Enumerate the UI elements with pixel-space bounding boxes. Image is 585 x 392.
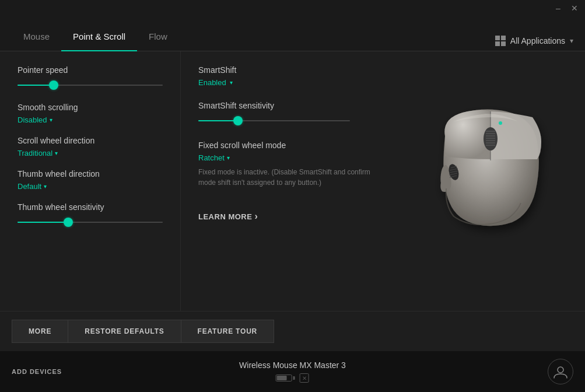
account-avatar[interactable] [548, 359, 573, 384]
minimize-button[interactable]: – [552, 2, 564, 14]
thumb-wheel-sensitivity-thumb[interactable] [64, 218, 73, 227]
apps-chevron-icon: ▾ [570, 37, 573, 45]
smartshift-sensitivity-track [198, 120, 350, 121]
thumb-wheel-direction-label: Thumb wheel direction [17, 169, 163, 178]
fixed-scroll-wheel-caret-icon: ▾ [227, 155, 230, 161]
smartshift-sensitivity-slider[interactable] [198, 115, 350, 127]
thumb-wheel-direction-value[interactable]: Default ▾ [17, 182, 163, 191]
smooth-scrolling-label: Smooth scrolling [17, 103, 163, 112]
left-panel: Pointer speed Smooth scrolling Disabled … [0, 51, 181, 311]
apps-selector[interactable]: All Applications ▾ [495, 36, 573, 51]
smartshift-label: SmartShift [198, 65, 568, 75]
thumb-wheel-sensitivity-slider[interactable] [17, 216, 163, 228]
svg-point-9 [499, 121, 502, 125]
scroll-wheel-direction-label: Scroll wheel direction [17, 136, 163, 145]
title-bar: – ✕ [0, 0, 585, 16]
pointer-speed-group: Pointer speed [17, 65, 163, 91]
main-content: Pointer speed Smooth scrolling Disabled … [0, 51, 585, 311]
thumb-wheel-direction-caret-icon: ▾ [44, 183, 47, 190]
thumb-wheel-sensitivity-label: Thumb wheel sensitivity [17, 202, 163, 212]
pointer-speed-label: Pointer speed [17, 65, 163, 75]
svg-point-1 [484, 127, 498, 150]
scroll-wheel-direction-group: Scroll wheel direction Traditional ▾ [17, 136, 163, 158]
pointer-speed-thumb[interactable] [49, 80, 58, 90]
smartshift-sensitivity-fill [198, 120, 238, 121]
bottom-buttons: MORE RESTORE DEFAULTS FEATURE TOUR [0, 311, 585, 351]
restore-defaults-button[interactable]: RESTORE DEFAULTS [68, 320, 181, 343]
footer: ADD DEVICES Wireless Mouse MX Master 3 ✕ [0, 351, 585, 392]
pointer-speed-slider[interactable] [17, 79, 163, 91]
thumb-wheel-sensitivity-track [17, 222, 163, 223]
more-button[interactable]: MORE [12, 320, 68, 343]
device-name: Wireless Mouse MX Master 3 [239, 360, 346, 370]
avatar-icon [553, 364, 568, 379]
thumb-wheel-direction-group: Thumb wheel direction Default ▾ [17, 169, 163, 191]
learn-more-arrow-icon: › [254, 211, 258, 222]
tab-navigation: Mouse Point & Scroll Flow All Applicatio… [0, 16, 585, 51]
tab-flow[interactable]: Flow [137, 22, 179, 51]
smooth-scrolling-group: Smooth scrolling Disabled ▾ [17, 103, 163, 124]
connection-icon: ✕ [300, 373, 309, 383]
pointer-speed-fill [17, 85, 54, 86]
battery-fill [277, 376, 287, 380]
battery-cap [293, 376, 295, 380]
smartshift-sensitivity-thumb[interactable] [233, 116, 243, 125]
battery-icon [276, 374, 295, 382]
scroll-wheel-direction-value[interactable]: Traditional ▾ [17, 149, 163, 158]
fixed-scroll-wheel-note: Fixed mode is inactive. (Disable SmartSh… [198, 167, 373, 188]
learn-more-label: LEARN MORE [198, 212, 252, 221]
thumb-wheel-sensitivity-group: Thumb wheel sensitivity [17, 202, 163, 228]
scroll-wheel-direction-caret-icon: ▾ [55, 150, 58, 156]
thumb-wheel-sensitivity-fill [17, 222, 68, 223]
add-devices-button[interactable]: ADD DEVICES [12, 368, 62, 375]
grid-icon [495, 36, 506, 46]
smartshift-caret-icon: ▾ [230, 79, 233, 86]
smooth-scrolling-value[interactable]: Disabled ▾ [17, 116, 163, 124]
feature-tour-button[interactable]: FEATURE TOUR [181, 320, 275, 343]
right-panel: SmartShift Enabled ▾ SmartShift sensitiv… [181, 51, 585, 311]
close-button[interactable]: ✕ [569, 2, 580, 14]
svg-point-16 [558, 367, 563, 373]
device-icons: ✕ [239, 373, 346, 383]
tab-mouse[interactable]: Mouse [12, 22, 61, 51]
mouse-illustration [410, 89, 562, 241]
smooth-scrolling-caret-icon: ▾ [50, 117, 52, 123]
battery-body [276, 374, 292, 382]
pointer-speed-track [17, 85, 163, 86]
apps-label: All Applications [510, 36, 565, 46]
footer-right [548, 359, 573, 384]
tab-point-scroll[interactable]: Point & Scroll [61, 22, 137, 51]
mouse-image [398, 83, 573, 247]
footer-center: Wireless Mouse MX Master 3 ✕ [239, 360, 346, 383]
